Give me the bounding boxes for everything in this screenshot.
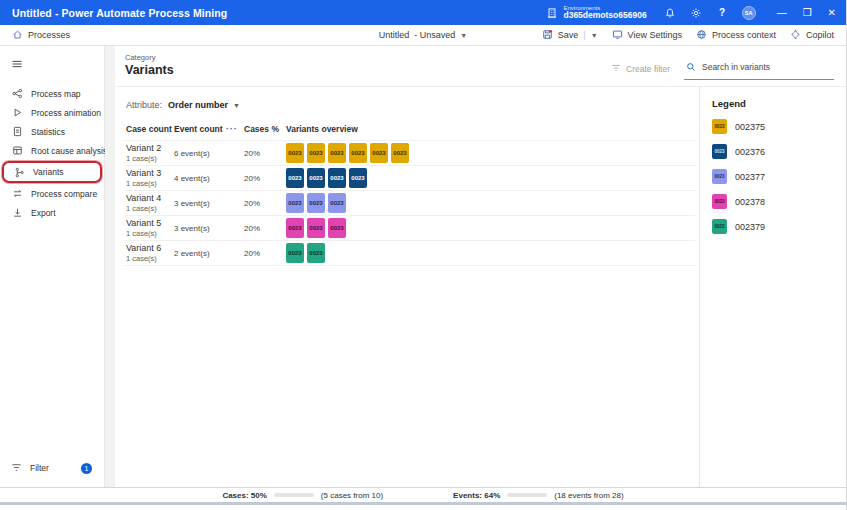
root-cause-analysis-icon: [11, 145, 23, 156]
event-box[interactable]: 0023: [349, 143, 367, 163]
events-label: Events: 64%: [453, 491, 500, 500]
attribute-dropdown[interactable]: Order number ▼: [168, 100, 240, 110]
col-case-count[interactable]: Case count ↓: [126, 124, 174, 134]
search-icon: [686, 58, 696, 76]
event-box[interactable]: 0023: [307, 193, 325, 213]
sidebar-item-variants[interactable]: Variants: [2, 161, 102, 183]
maximize-button[interactable]: ❐: [803, 8, 812, 18]
legend-item[interactable]: 0023 002378: [712, 194, 836, 209]
variant-case-count: 1 case(s): [126, 204, 174, 213]
copilot-button[interactable]: Copilot: [790, 29, 834, 42]
sidebar-item-root-cause-analysis[interactable]: Root cause analysis: [0, 141, 104, 160]
table-row[interactable]: Variant 5 1 case(s) 3 event(s) 20% 00230…: [124, 215, 695, 240]
variant-cases-percent: 20%: [244, 249, 286, 258]
sidebar-item-statistics[interactable]: Statistics: [0, 122, 104, 141]
more-columns-button[interactable]: ···: [226, 124, 244, 134]
copilot-icon: [790, 29, 801, 42]
event-box[interactable]: 0023: [370, 143, 388, 163]
filter-count-badge: 1: [81, 463, 92, 474]
title-bar: Untitled - Power Automate Process Mining…: [0, 0, 846, 25]
event-box[interactable]: 0023: [286, 193, 304, 213]
table-row[interactable]: Variant 6 1 case(s) 2 event(s) 20% 00230…: [124, 240, 695, 266]
document-title-dropdown[interactable]: Untitled - Unsaved ▼: [379, 30, 467, 40]
event-box[interactable]: 0023: [349, 168, 367, 188]
save-label: Save: [558, 30, 579, 40]
processes-nav[interactable]: Processes: [12, 29, 70, 42]
sidebar-item-process-map[interactable]: Process map: [0, 84, 104, 103]
event-box[interactable]: 0023: [307, 218, 325, 238]
sidebar-item-label: Process animation: [31, 108, 101, 118]
view-settings-label: View Settings: [628, 30, 682, 40]
attribute-label: Attribute:: [126, 100, 162, 110]
save-icon: [542, 29, 553, 42]
minimize-button[interactable]: —: [777, 8, 787, 18]
event-box[interactable]: 0023: [307, 168, 325, 188]
process-map-icon: [11, 88, 23, 99]
event-box[interactable]: 0023: [328, 143, 346, 163]
event-box[interactable]: 0023: [286, 243, 304, 263]
close-button[interactable]: ✕: [828, 8, 836, 18]
event-box[interactable]: 0023: [328, 193, 346, 213]
legend-item[interactable]: 0023 002377: [712, 169, 836, 184]
table-row[interactable]: Variant 3 1 case(s) 4 event(s) 20% 00230…: [124, 165, 695, 190]
variant-name: Variant 4: [126, 193, 174, 203]
variant-name: Variant 2: [126, 143, 174, 153]
legend-item[interactable]: 0023 002376: [712, 144, 836, 159]
legend-item[interactable]: 0023 002375: [712, 119, 836, 134]
event-box[interactable]: 0023: [307, 243, 325, 263]
search-box[interactable]: [684, 57, 834, 80]
legend-label: 002375: [735, 122, 765, 132]
table-row[interactable]: Variant 2 1 case(s) 6 event(s) 20% 00230…: [124, 140, 695, 165]
table-row[interactable]: Variant 4 1 case(s) 3 event(s) 20% 00230…: [124, 190, 695, 215]
sidebar-gutter: [105, 46, 115, 487]
event-box[interactable]: 0023: [328, 218, 346, 238]
sidebar-item-process-animation[interactable]: Process animation: [0, 103, 104, 122]
view-settings-button[interactable]: View Settings: [612, 29, 682, 42]
sidebar-filter-button[interactable]: Filter 1: [0, 453, 104, 487]
sidebar-item-label: Variants: [33, 167, 64, 177]
event-box[interactable]: 0023: [286, 168, 304, 188]
create-filter-button[interactable]: Create filter: [611, 63, 670, 75]
process-context-button[interactable]: Process context: [696, 29, 776, 42]
process-animation-icon: [11, 107, 23, 118]
event-box[interactable]: 0023: [286, 218, 304, 238]
variant-case-count: 1 case(s): [126, 154, 174, 163]
legend-swatch: 0023: [712, 194, 727, 209]
event-box[interactable]: 0023: [328, 168, 346, 188]
sidebar-item-export[interactable]: Export: [0, 203, 104, 222]
col-cases-pct[interactable]: Cases %: [244, 124, 286, 134]
variant-overview-boxes: 002300230023: [286, 218, 695, 238]
variant-event-count: 3 event(s): [174, 224, 226, 233]
settings-gear-icon[interactable]: [690, 6, 703, 19]
table-header: Case count ↓ Event count ··· Cases % Var…: [124, 121, 695, 140]
col-event-count[interactable]: Event count: [174, 124, 226, 134]
search-input[interactable]: [702, 62, 832, 72]
sidebar-item-process-compare[interactable]: Process compare: [0, 184, 104, 203]
document-title: Untitled: [379, 30, 410, 40]
variant-cases-percent: 20%: [244, 224, 286, 233]
events-detail: (18 events from 28): [554, 491, 623, 500]
copilot-label: Copilot: [806, 30, 834, 40]
save-chevron-icon[interactable]: ▼: [591, 32, 598, 39]
filter-icon: [11, 459, 22, 477]
legend-item[interactable]: 0023 002379: [712, 219, 836, 234]
help-icon[interactable]: ?: [716, 6, 729, 19]
sidebar-item-label: Export: [31, 208, 56, 218]
hamburger-menu-icon[interactable]: [0, 52, 104, 84]
sidebar-item-label: Process compare: [31, 189, 97, 199]
building-icon: [545, 6, 558, 19]
environment-picker[interactable]: Environments d365demotso656906: [545, 5, 646, 20]
legend-label: 002377: [735, 172, 765, 182]
notifications-icon[interactable]: [664, 6, 677, 19]
cases-progress-bar: [274, 493, 314, 497]
event-box[interactable]: 0023: [286, 143, 304, 163]
variant-overview-boxes: 0023002300230023: [286, 168, 695, 188]
event-box[interactable]: 0023: [391, 143, 409, 163]
process-compare-icon: [11, 188, 23, 199]
events-progress-bar: [507, 493, 547, 497]
avatar[interactable]: SA: [742, 6, 756, 20]
save-button[interactable]: Save | ▼: [542, 29, 598, 42]
variant-case-count: 1 case(s): [126, 179, 174, 188]
event-box[interactable]: 0023: [307, 143, 325, 163]
legend-label: 002378: [735, 197, 765, 207]
